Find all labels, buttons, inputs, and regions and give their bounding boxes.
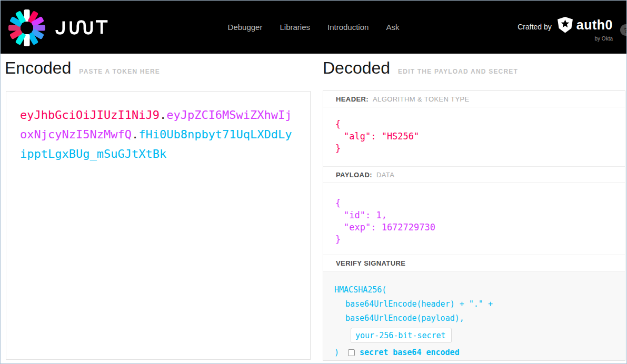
signature-closing-row: ) secret base64 encoded <box>334 346 625 360</box>
top-nav-bar: Debugger Libraries Introduction Ask Craf… <box>1 1 626 54</box>
encoded-title: Encoded <box>5 58 71 78</box>
auth0-logo-icon <box>557 17 573 33</box>
verify-signature-label: VERIFY SIGNATURE <box>336 259 405 267</box>
signature-code-line: base64UrlEncode(payload), <box>334 311 625 326</box>
json-line: "exp": 1672729730 <box>335 221 625 234</box>
crafted-by-auth0-link[interactable]: Crafted by auth0 by Okta <box>517 1 613 53</box>
payload-label: PAYLOAD: <box>336 171 372 179</box>
json-line: } <box>335 234 625 246</box>
signature-code-line: base64UrlEncode(header) + "." + <box>334 297 625 311</box>
decoded-panel: HEADER: ALGORITHM & TOKEN TYPE { "alg": … <box>323 90 625 361</box>
header-label-hint: ALGORITHM & TOKEN TYPE <box>373 95 470 103</box>
payload-label-hint: DATA <box>376 171 394 179</box>
verify-signature-section-label: VERIFY SIGNATURE <box>323 255 625 271</box>
encoded-title-row: Encoded PASTE A TOKEN HERE <box>5 58 160 78</box>
verify-signature-area: HMACSHA256( base64UrlEncode(header) + ".… <box>323 271 625 360</box>
nav-libraries[interactable]: Libraries <box>280 23 310 32</box>
decoded-payload-editor[interactable]: { "id": 1, "exp": 1672729730 } <box>323 183 625 255</box>
token-separator: . <box>160 108 166 122</box>
token-separator: . <box>132 128 138 141</box>
encoded-token-text: eyJhbGciOiJIUzI1NiJ9.eyJpZCI6MSwiZXhwIjo… <box>20 105 295 164</box>
decoded-subtitle: EDIT THE PAYLOAD AND SECRET <box>398 68 518 75</box>
json-line: "alg": "HS256" <box>335 130 625 143</box>
header-section-label: HEADER: ALGORITHM & TOKEN TYPE <box>323 91 625 107</box>
jwt-io-debugger-page: Debugger Libraries Introduction Ask Craf… <box>0 0 627 364</box>
encoded-subtitle: PASTE A TOKEN HERE <box>79 68 160 75</box>
by-okta-label: by Okta <box>595 36 613 42</box>
encoded-token-editor[interactable]: eyJhbGciOiJIUzI1NiJ9.eyJpZCI6MSwiZXhwIjo… <box>6 91 311 360</box>
secret-input[interactable] <box>351 328 452 343</box>
nav-introduction[interactable]: Introduction <box>327 23 369 32</box>
crafted-by-label: Crafted by <box>517 23 552 31</box>
token-header-segment: eyJhbGciOiJIUzI1NiJ9 <box>20 108 160 122</box>
decoded-header-editor[interactable]: { "alg": "HS256" } <box>323 107 625 167</box>
signature-code-line: HMACSHA256( <box>334 283 625 297</box>
decoded-title: Decoded <box>323 58 390 78</box>
json-line: { <box>335 197 625 209</box>
auth0-wordmark: auth0 <box>576 17 613 33</box>
nav-ask[interactable]: Ask <box>386 23 399 32</box>
nav-debugger[interactable]: Debugger <box>228 23 263 32</box>
closing-paren: ) <box>334 346 339 360</box>
auth0-brand: auth0 by Okta <box>557 17 613 37</box>
json-line: { <box>335 118 625 130</box>
secret-base64-checkbox[interactable] <box>348 349 355 356</box>
secret-base64-checkbox-label[interactable]: secret base64 encoded <box>360 346 460 360</box>
payload-section-label: PAYLOAD: DATA <box>323 167 625 183</box>
json-line: } <box>335 143 625 155</box>
decoded-title-row: Decoded EDIT THE PAYLOAD AND SECRET <box>323 58 518 78</box>
json-line: "id": 1, <box>335 209 625 221</box>
header-label: HEADER: <box>336 95 369 103</box>
